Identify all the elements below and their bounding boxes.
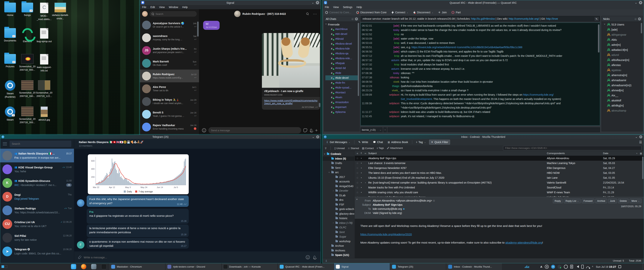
menu-edit[interactable]: Edit — [150, 6, 155, 9]
desktop-icon[interactable]: ↗ Pictures — [2, 54, 19, 68]
filter-contact-button[interactable]: ▤ Contact — [362, 147, 374, 150]
shade-icon[interactable]: ⌄ — [635, 135, 638, 138]
scrollbar[interactable] — [598, 24, 600, 53]
desktop-icon[interactable]: Steam (Runtime) — [2, 80, 19, 98]
chat-list-item[interactable]: 👥 Sid Pillai 12.06.20 sorry for late not… — [0, 231, 74, 244]
nick-item[interactable]: Aix__ — [602, 93, 642, 98]
star-icon[interactable]: ☆ — [355, 176, 359, 179]
message-input[interactable] — [208, 127, 301, 133]
folder-item[interactable]: geek-w3tech — [322, 207, 354, 211]
close-icon[interactable]: ✕ — [355, 18, 358, 21]
search-input[interactable] — [10, 141, 71, 147]
folder-item[interactable]: Sugar — [322, 234, 354, 239]
message-bubble-incoming[interactable]: o quantomeno: in europa non avrebbero ma… — [87, 238, 189, 249]
message-bubble-media[interactable]: r/Eyebleach - I am now a giraffe WWW.RED… — [262, 33, 320, 110]
nick-item[interactable]: afiestas — [602, 62, 642, 68]
attach-icon[interactable]: + — [315, 128, 318, 132]
star-icon[interactable]: ☆ — [355, 191, 359, 194]
date-column-header[interactable]: Date — [603, 152, 644, 155]
network-item[interactable]: Freenode — [325, 23, 360, 27]
microphone-icon[interactable] — [314, 256, 316, 259]
thunderbird-titlebar[interactable]: Inbox - Codewiz - Mozilla Thunderbird ⌄✕ — [322, 135, 644, 139]
irc-message-input[interactable] — [388, 127, 600, 132]
desktop-icon[interactable]: Screenshot_20200718_160... — [19, 80, 36, 98]
folder-item[interactable]: ˅ arc — [322, 170, 354, 175]
task-button[interactable]: Downloads : zsh — Konsole — [222, 263, 278, 270]
avatar[interactable] — [234, 11, 240, 17]
close-icon[interactable]: ✕ — [316, 1, 319, 4]
folder-item[interactable]: gfactory-devel — [322, 211, 354, 216]
channel-item[interactable]: # #kde-fm — [325, 80, 360, 85]
chat-list-item[interactable]: 👥 KDE Visual Design Group ✓✓ 13.40 You: … — [0, 162, 74, 176]
nick-item[interactable]: abhgangwar — [602, 32, 642, 37]
nick-item[interactable]: akaWolf — [602, 98, 642, 103]
folder-item[interactable]: ˅ Codewiz — [322, 152, 354, 156]
message-link[interactable]: https://community.kde.org/ — [523, 93, 554, 96]
conversation-list-item[interactable]: Benoît S Yeah, I guess I'm not gonna ...… — [140, 108, 199, 120]
folder-twisty[interactable]: ˅ — [324, 153, 326, 155]
thread-column-icon[interactable]: ∞ — [363, 152, 368, 155]
conversation-list-item[interactable]: Apocalypse Survivors 🌏 Or search get to … — [140, 19, 199, 31]
message-row[interactable]: ☆ • Elite Dangerous Newsletter #297 Elit… — [355, 166, 644, 170]
chart-message-image[interactable]: 200400600Mar 22Apr 12May 3May 24Jun 14Ju… — [88, 154, 189, 194]
nick-item[interactable]: adre[m] — [602, 42, 642, 47]
chat-list-item[interactable]: 👥 Italian Nerds Diaspora 🇮🇹... 15.17 Fra… — [0, 149, 74, 162]
menu-icon[interactable] — [3, 144, 7, 144]
message-row[interactable]: ☆ • Ubuntu 19.10 (Eoan Ermine) End of Li… — [355, 175, 644, 180]
more-icon[interactable]: ··· — [313, 12, 317, 16]
folder-item[interactable]: accounts — [322, 179, 354, 184]
folder-twisty[interactable]: › — [332, 222, 334, 224]
message-row[interactable]: ☆ • Wildlife snaring crisis: why you sho… — [355, 190, 644, 195]
wifi-network-icon[interactable] — [586, 266, 590, 268]
folder-item[interactable]: DLab — [322, 193, 354, 198]
scrollbar[interactable] — [641, 23, 642, 33]
conversation-list-item[interactable]: Rubén Rodríguez https://www.reddit.com/r… — [140, 70, 199, 82]
channel-item[interactable]: # #fdroid — [325, 36, 360, 41]
menu-file[interactable]: File — [142, 6, 146, 9]
message-bubble-outgoing[interactable]: Fuck this shit, why the Japanese governm… — [87, 195, 189, 207]
message-action-button[interactable]: Junk⌄ — [608, 199, 617, 203]
folder-item[interactable]: › Inbox (+78) — [322, 221, 354, 225]
nick-item[interactable]: adurol — [602, 52, 642, 57]
message-row[interactable]: ☆ • Bernie: 1 new job for 'firmware engi… — [355, 195, 644, 197]
channel-item[interactable]: # #plasma — [325, 109, 360, 114]
telegram-tray-icon[interactable]: 25 — [551, 265, 555, 269]
nick-item[interactable]: akhilkg[m] — [602, 103, 642, 108]
attachment-column-icon[interactable]: 🖈 — [359, 152, 363, 155]
folder-item[interactable]: historic — [322, 216, 354, 221]
message-link[interactable]: https://www.reddit.com/r/Eyebleach/comme… — [264, 99, 318, 105]
channel-item[interactable]: # #archlinux — [325, 27, 360, 32]
desktop-icon[interactable]: ↗ Songs — [19, 3, 36, 17]
chat-list-item[interactable]: 👥 Stefano Fedrigo ✓✓ Tue You: https://ms… — [0, 203, 74, 217]
channel-item[interactable]: # #kontact — [325, 90, 360, 95]
folder-item[interactable]: dns — [322, 198, 354, 202]
unread-dot[interactable]: • — [359, 191, 363, 194]
unread-dot[interactable]: • — [359, 181, 363, 184]
conversation-list-item[interactable]: Alex Perez Timer set to 6h Jul 1 ✓✓ ! — [140, 82, 199, 95]
kdeconnect-phone-icon[interactable] — [581, 265, 584, 269]
collapse-header-icon[interactable]: ˅ — [356, 198, 358, 201]
menu-view[interactable]: View — [333, 6, 339, 9]
menu-help[interactable]: Help — [182, 6, 188, 9]
message-row[interactable]: ☆ • The latest docs and series you don't… — [355, 170, 644, 175]
channel-item[interactable]: # #kwin — [325, 95, 360, 100]
channel-topic-bar[interactable]: release service: master branch will be 2… — [360, 16, 600, 22]
connect-button[interactable]: Connect⌄ — [392, 11, 408, 14]
desktop-icon[interactable]: bug-xprop.out — [36, 28, 53, 43]
search-icon[interactable] — [306, 13, 309, 15]
chats-panel-header[interactable]: All Chats ◇ ✕ — [324, 16, 360, 22]
tray-expand-caret-icon[interactable]: ˄ — [592, 265, 593, 268]
part-button[interactable]: –Part — [452, 11, 461, 14]
recorder-tray-icon[interactable] — [564, 265, 568, 269]
get-messages-button[interactable]: ⇩Get Messages⌄ — [324, 140, 352, 144]
folder-item[interactable]: 2017 — [322, 175, 354, 179]
edit-topic-icon[interactable]: ✎ — [594, 17, 599, 21]
folder-item[interactable]: Sent — [322, 230, 354, 235]
nick-item[interactable]: afdulfauzan[m] — [602, 57, 642, 62]
write-button[interactable]: ✎Write — [357, 140, 370, 144]
unread-dot[interactable]: • — [359, 176, 363, 179]
star-column-icon[interactable]: ★ — [355, 152, 359, 155]
conversation-list-item[interactable]: saxondraco Anyway, sorry for the long ..… — [140, 31, 199, 44]
task-button[interactable]: Quassel IRC - #kde-devel (Freen... — [278, 263, 334, 270]
download-icon[interactable]: ⇩ — [325, 259, 327, 262]
